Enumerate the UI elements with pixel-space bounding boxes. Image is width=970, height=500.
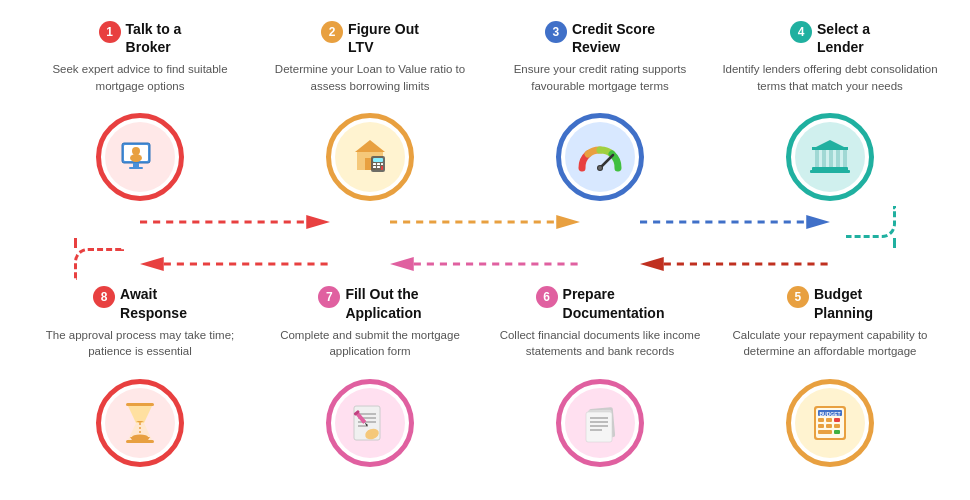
step-8-badge: 8 xyxy=(93,286,115,308)
step-1: 1 Talk to aBroker Seek expert advice to … xyxy=(30,20,250,201)
vertical-connector xyxy=(30,238,940,248)
svg-rect-45 xyxy=(818,418,824,422)
application-icon xyxy=(348,402,392,444)
svg-marker-39 xyxy=(640,257,664,271)
step-5-icon-inner: BUDGET xyxy=(795,388,865,458)
step-2-circle xyxy=(326,113,414,201)
svg-rect-27 xyxy=(812,147,848,150)
step-7-desc: Complete and submit the mortgage applica… xyxy=(260,327,480,371)
step-7-circle xyxy=(326,379,414,467)
svg-rect-21 xyxy=(815,149,819,167)
svg-point-3 xyxy=(130,154,142,162)
step-4-circle xyxy=(786,113,874,201)
step-7: 7 Fill Out theApplication Complete and s… xyxy=(260,285,480,466)
step-2-icon-inner xyxy=(335,122,405,192)
step-4-title: Select aLender xyxy=(817,20,870,56)
bottom-arrows-row xyxy=(10,248,960,280)
svg-rect-5 xyxy=(129,167,143,169)
arrow-3-4-svg xyxy=(640,208,830,236)
svg-rect-23 xyxy=(829,149,833,167)
left-turn-connector xyxy=(74,248,124,280)
arrow-6-7 xyxy=(390,250,580,278)
step-5-title: BudgetPlanning xyxy=(814,285,873,321)
step-5-header: 5 BudgetPlanning xyxy=(720,285,940,321)
step-2-header: 2 Figure OutLTV xyxy=(260,20,480,56)
svg-rect-77 xyxy=(126,440,154,443)
step-1-circle xyxy=(96,113,184,201)
step-8-icon-inner xyxy=(105,388,175,458)
step-3-header: 3 Credit ScoreReview xyxy=(490,20,710,56)
svg-rect-13 xyxy=(381,163,383,165)
step-3-badge: 3 xyxy=(545,21,567,43)
svg-rect-4 xyxy=(133,163,139,167)
step-6-title: PrepareDocumentation xyxy=(563,285,665,321)
step-3-desc: Ensure your credit rating supports favou… xyxy=(490,61,710,105)
broker-icon xyxy=(118,137,162,177)
step-6-circle xyxy=(556,379,644,467)
svg-marker-72 xyxy=(128,406,152,423)
step-1-badge: 1 xyxy=(99,21,121,43)
svg-rect-52 xyxy=(834,430,840,434)
left-vert-line xyxy=(74,238,77,248)
step-7-badge: 7 xyxy=(318,286,340,308)
step-2-badge: 2 xyxy=(321,21,343,43)
svg-marker-35 xyxy=(140,257,164,271)
step-8-circle xyxy=(96,379,184,467)
arrow-2-3 xyxy=(390,208,580,236)
right-turn-connector xyxy=(846,206,896,238)
arrow-5-6-svg xyxy=(640,250,830,278)
step-3: 3 Credit ScoreReview Ensure your credit … xyxy=(490,20,710,201)
top-arrows-row xyxy=(10,206,960,238)
step-8: 8 AwaitResponse The approval process may… xyxy=(30,285,250,466)
bank-icon xyxy=(808,137,852,177)
svg-rect-48 xyxy=(818,424,824,428)
svg-rect-24 xyxy=(836,149,840,167)
step-5-badge: 5 xyxy=(787,286,809,308)
page-container: 1 Talk to aBroker Seek expert advice to … xyxy=(0,0,970,500)
right-vert-line xyxy=(893,238,896,248)
step-4-badge: 4 xyxy=(790,21,812,43)
svg-marker-30 xyxy=(306,215,330,229)
hourglass-icon xyxy=(124,401,156,445)
step-6-icon-inner xyxy=(565,388,635,458)
svg-rect-10 xyxy=(373,158,383,162)
svg-marker-32 xyxy=(556,215,580,229)
svg-rect-71 xyxy=(126,403,154,406)
step-6-header: 6 PrepareDocumentation xyxy=(490,285,710,321)
svg-rect-14 xyxy=(373,166,376,168)
step-6-desc: Collect financial documents like income … xyxy=(490,327,710,371)
arrow-3-4 xyxy=(640,208,830,236)
step-1-title: Talk to aBroker xyxy=(126,20,182,56)
budget-icon: BUDGET xyxy=(808,402,852,444)
top-steps-row: 1 Talk to aBroker Seek expert advice to … xyxy=(10,20,960,201)
svg-line-18 xyxy=(600,155,613,168)
arrow-1-2-svg xyxy=(140,208,330,236)
arrow-7-8 xyxy=(140,250,330,278)
svg-rect-51 xyxy=(818,430,832,434)
step-1-desc: Seek expert advice to find suitable mort… xyxy=(30,61,250,105)
step-8-header: 8 AwaitResponse xyxy=(30,285,250,321)
svg-rect-22 xyxy=(822,149,826,167)
svg-point-2 xyxy=(132,147,140,155)
svg-point-76 xyxy=(132,434,148,439)
svg-rect-55 xyxy=(586,412,612,442)
step-6: 6 PrepareDocumentation Collect financial… xyxy=(490,285,710,466)
step-4: 4 Select aLender Identify lenders offeri… xyxy=(720,20,940,201)
svg-rect-12 xyxy=(377,163,380,165)
gauge-icon xyxy=(577,138,623,176)
arrow-6-7-svg xyxy=(390,250,580,278)
svg-rect-49 xyxy=(826,424,832,428)
step-2-desc: Determine your Loan to Value ratio to as… xyxy=(260,61,480,105)
svg-rect-11 xyxy=(373,163,376,165)
step-3-title: Credit ScoreReview xyxy=(572,20,655,56)
step-7-title: Fill Out theApplication xyxy=(345,285,421,321)
svg-marker-37 xyxy=(390,257,414,271)
step-4-header: 4 Select aLender xyxy=(720,20,940,56)
bottom-steps-row: 5 BudgetPlanning Calculate your repaymen… xyxy=(10,285,960,466)
arrow-7-8-svg xyxy=(140,250,330,278)
step-6-badge: 6 xyxy=(536,286,558,308)
arrow-2-3-svg xyxy=(390,208,580,236)
step-7-icon-inner xyxy=(335,388,405,458)
svg-rect-47 xyxy=(834,418,840,422)
step-2-title: Figure OutLTV xyxy=(348,20,419,56)
